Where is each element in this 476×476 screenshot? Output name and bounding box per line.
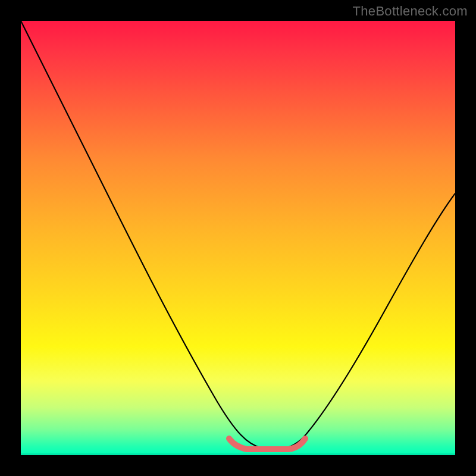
red-flat-segment bbox=[229, 439, 305, 449]
plot-area bbox=[21, 21, 455, 455]
chart-frame: TheBottleneck.com bbox=[0, 0, 476, 476]
black-curve bbox=[21, 21, 455, 450]
curve-layer bbox=[21, 21, 455, 455]
watermark-text: TheBottleneck.com bbox=[353, 4, 468, 19]
